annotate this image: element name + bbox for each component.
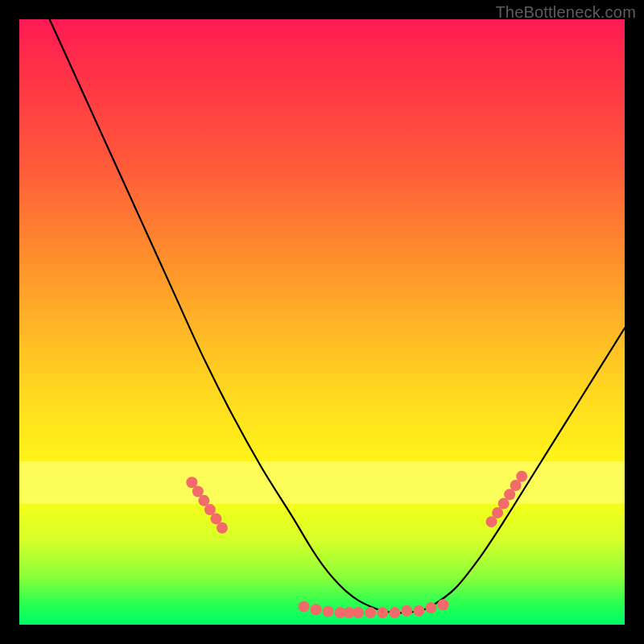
data-marker — [401, 605, 412, 617]
data-marker — [437, 599, 448, 610]
data-marker — [389, 607, 400, 618]
chart-svg — [19, 19, 625, 625]
bottleneck-curve — [50, 19, 625, 613]
chart-frame — [19, 19, 625, 625]
data-marker — [365, 607, 376, 618]
data-marker — [425, 602, 436, 613]
data-markers-group — [186, 471, 527, 618]
data-marker — [217, 522, 228, 534]
data-marker — [516, 471, 527, 482]
data-marker — [310, 604, 321, 615]
data-marker — [323, 605, 334, 617]
data-marker — [377, 607, 388, 618]
data-marker — [298, 601, 309, 612]
data-marker — [413, 605, 424, 617]
data-marker — [353, 607, 364, 618]
